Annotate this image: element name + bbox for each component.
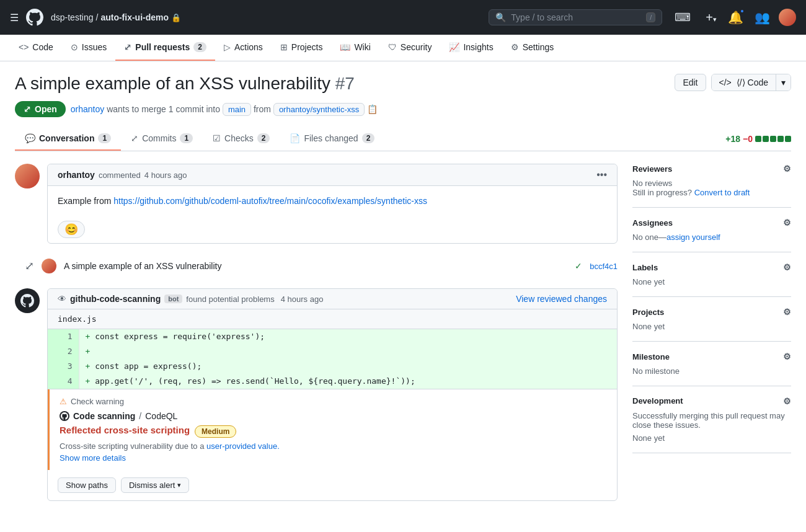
diff-bar-1 bbox=[755, 136, 761, 142]
nav-pull-requests[interactable]: ⤢ Pull requests 2 bbox=[115, 35, 215, 61]
github-logo[interactable] bbox=[26, 9, 43, 26]
show-paths-button[interactable]: Show paths bbox=[58, 477, 116, 493]
sidebar-milestone: Milestone ⚙ No milestone bbox=[632, 342, 791, 386]
breadcrumb: dsp-testing / auto-fix-ui-demo 🔒 bbox=[51, 12, 181, 22]
reaction-button[interactable]: 😊 bbox=[58, 221, 85, 238]
line-num-2: 2 bbox=[48, 344, 79, 359]
projects-title: Projects ⚙ bbox=[632, 307, 791, 317]
conversation-count: 1 bbox=[98, 133, 111, 143]
sidebar-projects: Projects ⚙ None yet bbox=[632, 297, 791, 342]
nav-issues[interactable]: ⊙ Issues bbox=[62, 35, 115, 61]
code-button[interactable]: </> ⟨/⟩ Code bbox=[712, 74, 776, 91]
cs-header: 👁 github-code-scanning bot found potenti… bbox=[48, 289, 617, 309]
comment-reactions: 😊 bbox=[48, 216, 617, 243]
warning-actions: Show paths Dismiss alert ▾ bbox=[48, 470, 617, 500]
pr-meta: orhantoy wants to merge 1 commit into ma… bbox=[71, 104, 378, 114]
create-button[interactable]: +▾ bbox=[703, 8, 719, 27]
commit-line-icon: ⤢ bbox=[25, 259, 34, 273]
avatar[interactable] bbox=[779, 9, 796, 26]
show-more-link[interactable]: Show more details bbox=[60, 453, 607, 463]
milestone-gear-icon[interactable]: ⚙ bbox=[783, 352, 791, 361]
code-dropdown-button[interactable]: ▾ bbox=[776, 74, 790, 91]
actions-icon: ▷ bbox=[224, 42, 231, 52]
line-content-3: + const app = express(); bbox=[79, 359, 617, 374]
code-icon-btn: </> bbox=[719, 78, 732, 87]
line-num-4: 4 bbox=[48, 374, 79, 389]
pr-title-actions: Edit </> ⟨/⟩ Code ▾ bbox=[675, 74, 791, 91]
target-branch[interactable]: main bbox=[223, 103, 251, 116]
assignees-value: No one—assign yourself bbox=[632, 233, 791, 242]
comment-link[interactable]: https://github.com/github/codeml-autofix… bbox=[113, 196, 427, 206]
pr-title-row: A simple example of an XSS vulnerability… bbox=[15, 74, 791, 94]
projects-gear-icon[interactable]: ⚙ bbox=[783, 307, 791, 317]
search-box[interactable]: 🔍 / bbox=[489, 9, 662, 25]
commenter-avatar bbox=[15, 164, 40, 188]
labels-gear-icon[interactable]: ⚙ bbox=[783, 262, 791, 272]
code-line-2: 2 + bbox=[48, 344, 617, 359]
development-gear-icon[interactable]: ⚙ bbox=[783, 396, 791, 406]
settings-icon: ⚙ bbox=[511, 42, 519, 52]
development-desc: Successfully merging this pull request m… bbox=[632, 411, 791, 430]
assign-yourself-link[interactable]: assign yourself bbox=[666, 233, 720, 242]
code-block: index.js 1 + const express = require('ex… bbox=[48, 309, 617, 389]
hamburger-icon[interactable]: ☰ bbox=[10, 12, 19, 24]
nav-security[interactable]: 🛡 Security bbox=[379, 35, 441, 61]
comment-time: 4 hours ago bbox=[144, 171, 187, 180]
pr-tabs: 💬 Conversation 1 ⤢ Commits 1 ☑ Checks 2 … bbox=[15, 127, 791, 151]
diff-bar-4 bbox=[777, 136, 784, 142]
code-icon: <> bbox=[19, 42, 29, 52]
repo-link[interactable]: auto-fix-ui-demo bbox=[100, 12, 169, 22]
edit-button[interactable]: Edit bbox=[675, 74, 706, 91]
commit-hash-link[interactable]: bccf4c1 bbox=[590, 262, 618, 271]
tab-files-changed[interactable]: 📄 Files changed 2 bbox=[280, 127, 384, 151]
line-content-2: + bbox=[79, 344, 617, 359]
tab-commits[interactable]: ⤢ Commits 1 bbox=[121, 127, 203, 151]
tab-conversation[interactable]: 💬 Conversation 1 bbox=[15, 127, 121, 151]
pr-status-icon: ⤢ bbox=[24, 104, 31, 114]
comment-menu-button[interactable]: ••• bbox=[596, 169, 607, 180]
vuln-title-row: Reflected cross-site scripting Medium bbox=[60, 425, 607, 438]
reviewers-gear-icon[interactable]: ⚙ bbox=[783, 164, 791, 174]
diff-bar-2 bbox=[763, 136, 769, 142]
nav-actions[interactable]: ▷ Actions bbox=[215, 35, 272, 61]
insights-icon: 📈 bbox=[449, 42, 459, 52]
people-button[interactable]: 👥 bbox=[752, 7, 773, 27]
pr-icon: ⤢ bbox=[124, 42, 131, 52]
reviewers-subtext: Still in progress? Convert to draft bbox=[632, 188, 791, 197]
line-content-1: + const express = require('express'); bbox=[79, 329, 617, 344]
diff-stat: +18 −0 bbox=[725, 134, 791, 144]
assignees-gear-icon[interactable]: ⚙ bbox=[783, 218, 791, 228]
nav-projects[interactable]: ⊞ Projects bbox=[272, 35, 332, 61]
dismiss-alert-button[interactable]: Dismiss alert ▾ bbox=[121, 477, 189, 493]
notifications-button[interactable]: 🔔 bbox=[725, 7, 746, 27]
nav-wiki[interactable]: 📖 Wiki bbox=[331, 35, 379, 61]
terminal-icon[interactable]: ⌨ bbox=[675, 11, 691, 24]
user-provided-link[interactable]: user-provided value. bbox=[206, 441, 280, 451]
pr-status-row: ⤢ Open orhantoy wants to merge 1 commit … bbox=[15, 101, 791, 117]
line-num-3: 3 bbox=[48, 359, 79, 374]
cs-action: found potential problems bbox=[186, 295, 274, 304]
cs-body: index.js 1 + const express = require('ex… bbox=[48, 309, 617, 500]
nav-insights[interactable]: 📈 Insights bbox=[440, 35, 502, 61]
reviewers-title: Reviewers ⚙ bbox=[632, 164, 791, 174]
files-icon: 📄 bbox=[290, 133, 300, 143]
source-branch[interactable]: orhantoy/synthetic-xss bbox=[273, 103, 365, 116]
security-icon: 🛡 bbox=[388, 42, 397, 52]
cs-bot-label: bot bbox=[164, 295, 182, 303]
nav-code[interactable]: <> Code bbox=[10, 35, 62, 61]
author-link[interactable]: orhantoy bbox=[71, 104, 104, 114]
convert-to-draft-link[interactable]: Convert to draft bbox=[694, 188, 750, 197]
view-reviewed-changes-link[interactable]: View reviewed changes bbox=[516, 294, 607, 304]
commit-message: A simple example of an XSS vulnerability bbox=[64, 261, 567, 271]
vuln-title: Reflected cross-site scripting bbox=[60, 425, 190, 435]
search-input[interactable] bbox=[511, 12, 641, 22]
dismiss-chevron-icon: ▾ bbox=[177, 481, 181, 489]
main-layout: orhantoy commented 4 hours ago ••• Examp… bbox=[15, 151, 791, 511]
assignees-title: Assignees ⚙ bbox=[632, 218, 791, 228]
copy-icon[interactable]: 📋 bbox=[367, 104, 378, 114]
code-line-4: 4 + app.get('/', (req, res) => res.send(… bbox=[48, 374, 617, 389]
tab-checks[interactable]: ☑ Checks 2 bbox=[203, 127, 280, 151]
lock-icon: 🔒 bbox=[171, 13, 181, 22]
nav-settings[interactable]: ⚙ Settings bbox=[502, 35, 563, 61]
org-link[interactable]: dsp-testing bbox=[51, 12, 93, 22]
